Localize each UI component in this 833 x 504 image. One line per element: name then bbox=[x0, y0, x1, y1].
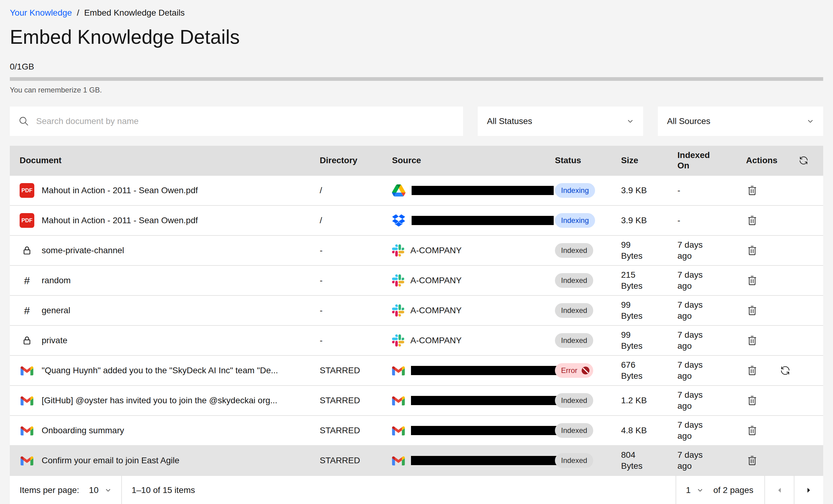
header-source: Source bbox=[392, 155, 555, 165]
actions-cell bbox=[746, 274, 813, 287]
document-name: [GitHub] @oyster has invited you to join… bbox=[42, 395, 278, 406]
trash-icon bbox=[747, 275, 757, 286]
table-row[interactable]: PDF Mahout in Action - 2011 - Sean Owen.… bbox=[10, 205, 823, 235]
indexed-on-cell: 7 days ago bbox=[677, 450, 712, 472]
source-label: A-COMPANY bbox=[410, 275, 462, 286]
document-name: Mahout in Action - 2011 - Sean Owen.pdf bbox=[42, 215, 198, 226]
actions-cell bbox=[746, 424, 813, 437]
delete-button[interactable] bbox=[746, 424, 758, 437]
table-row[interactable]: Confirm your email to join East Agile ST… bbox=[10, 445, 823, 475]
delete-button[interactable] bbox=[746, 454, 758, 466]
table-header-row: Document Directory Source Status Size In… bbox=[10, 146, 823, 175]
source-label: A-COMPANY bbox=[410, 245, 462, 256]
gmail-icon bbox=[20, 426, 34, 435]
delete-button[interactable] bbox=[746, 394, 758, 407]
delete-button[interactable] bbox=[746, 304, 758, 317]
trash-icon bbox=[747, 425, 757, 436]
delete-button[interactable] bbox=[746, 364, 758, 377]
redacted-source-bar bbox=[412, 186, 554, 195]
refresh-table-button[interactable] bbox=[798, 154, 810, 167]
indexed-on-cell: 7 days ago bbox=[677, 419, 712, 441]
actions-cell bbox=[746, 214, 813, 226]
status-badge: Indexing bbox=[555, 183, 595, 198]
document-name: Onboarding summary bbox=[42, 425, 124, 436]
table-row[interactable]: "Quang Huynh" added you to the "SkyDeck … bbox=[10, 355, 823, 385]
delete-button[interactable] bbox=[746, 274, 758, 287]
indexed-on-cell: - bbox=[677, 215, 680, 226]
header-actions: Actions bbox=[746, 154, 813, 167]
size-cell: 1.2 KB bbox=[621, 395, 647, 406]
storage-progress-bar bbox=[10, 77, 823, 81]
slack-icon bbox=[392, 304, 404, 317]
total-pages-label: of 2 pages bbox=[713, 485, 764, 495]
header-directory: Directory bbox=[320, 155, 392, 165]
table-row[interactable]: PDF Mahout in Action - 2011 - Sean Owen.… bbox=[10, 175, 823, 205]
source-cell: A-COMPANY bbox=[392, 244, 555, 257]
directory-cell: / bbox=[320, 185, 392, 196]
redacted-source-bar bbox=[411, 396, 559, 405]
directory-cell: / bbox=[320, 215, 392, 226]
directory-cell: - bbox=[320, 245, 392, 256]
chevron-down-icon bbox=[807, 118, 814, 125]
source-filter-dropdown[interactable]: All Sources bbox=[658, 106, 823, 136]
source-label: A-COMPANY bbox=[410, 305, 462, 316]
storage-helper-text: You can rememberize 1 GB. bbox=[10, 86, 823, 94]
actions-cell bbox=[746, 334, 813, 346]
indexed-on-cell: - bbox=[677, 185, 680, 196]
delete-button[interactable] bbox=[746, 184, 758, 197]
trash-icon bbox=[747, 365, 757, 376]
document-name: some-private-channel bbox=[42, 245, 124, 256]
page-title: Embed Knowledge Details bbox=[10, 26, 823, 48]
pagination-bar: Items per page: 10 1–10 of 15 items 1 bbox=[10, 475, 823, 504]
directory-cell: STARRED bbox=[320, 455, 392, 466]
table-row[interactable]: # general - A-COMPANY Indexed 99 Bytes 7… bbox=[10, 295, 823, 325]
search-input[interactable] bbox=[35, 116, 454, 127]
indexed-on-cell: 7 days ago bbox=[677, 269, 712, 291]
embed-knowledge-page: Your Knowledge / Embed Knowledge Details… bbox=[0, 0, 833, 504]
page-number-select[interactable]: 1 bbox=[675, 476, 714, 504]
header-indexed-on: Indexed On bbox=[677, 150, 746, 171]
gmail-icon bbox=[392, 426, 405, 435]
directory-cell: STARRED bbox=[320, 395, 392, 406]
delete-button[interactable] bbox=[746, 244, 758, 257]
size-cell: 215 Bytes bbox=[621, 269, 650, 291]
size-cell: 676 Bytes bbox=[621, 359, 650, 382]
breadcrumb-link-your-knowledge[interactable]: Your Knowledge bbox=[10, 7, 72, 18]
items-per-page-select[interactable]: 10 bbox=[79, 476, 121, 504]
source-cell bbox=[392, 184, 555, 197]
previous-page-button[interactable] bbox=[764, 476, 794, 504]
breadcrumb-current: Embed Knowledge Details bbox=[84, 7, 185, 18]
dropbox-icon bbox=[392, 214, 405, 226]
hash-icon: # bbox=[20, 275, 34, 286]
indexed-on-cell: 7 days ago bbox=[677, 389, 712, 411]
source-cell bbox=[392, 366, 555, 376]
source-filter-value: All Sources bbox=[667, 116, 711, 126]
status-filter-value: All Statuses bbox=[487, 116, 532, 126]
table-row[interactable]: [GitHub] @oyster has invited you to join… bbox=[10, 385, 823, 415]
directory-cell: - bbox=[320, 335, 392, 346]
size-cell: 3.9 KB bbox=[621, 215, 647, 226]
document-name: Confirm your email to join East Agile bbox=[42, 455, 180, 466]
next-page-button[interactable] bbox=[794, 476, 823, 504]
trash-icon bbox=[747, 245, 757, 256]
retry-button[interactable] bbox=[779, 364, 791, 377]
table-row[interactable]: Onboarding summary STARRED Indexed 4.8 K… bbox=[10, 415, 823, 445]
redacted-source-bar bbox=[412, 216, 554, 225]
table-row[interactable]: some-private-channel - A-COMPANY Indexed… bbox=[10, 235, 823, 265]
actions-cell bbox=[746, 394, 813, 407]
caret-left-icon bbox=[775, 486, 784, 495]
caret-right-icon bbox=[805, 486, 813, 495]
status-badge: Indexed bbox=[555, 393, 593, 408]
redacted-source-bar bbox=[411, 366, 559, 375]
status-filter-dropdown[interactable]: All Statuses bbox=[478, 106, 643, 136]
delete-button[interactable] bbox=[746, 334, 758, 346]
table-row[interactable]: # random - A-COMPANY Indexed 215 Bytes 7… bbox=[10, 265, 823, 295]
size-cell: 99 Bytes bbox=[621, 239, 650, 262]
directory-cell: STARRED bbox=[320, 365, 392, 376]
table-row[interactable]: private - A-COMPANY Indexed 99 Bytes 7 d… bbox=[10, 325, 823, 355]
delete-button[interactable] bbox=[746, 214, 758, 226]
status-badge: Indexed bbox=[555, 273, 593, 288]
status-badge: Error bbox=[555, 363, 593, 378]
items-per-page-label: Items per page: bbox=[10, 485, 79, 495]
redacted-source-bar bbox=[411, 426, 559, 435]
